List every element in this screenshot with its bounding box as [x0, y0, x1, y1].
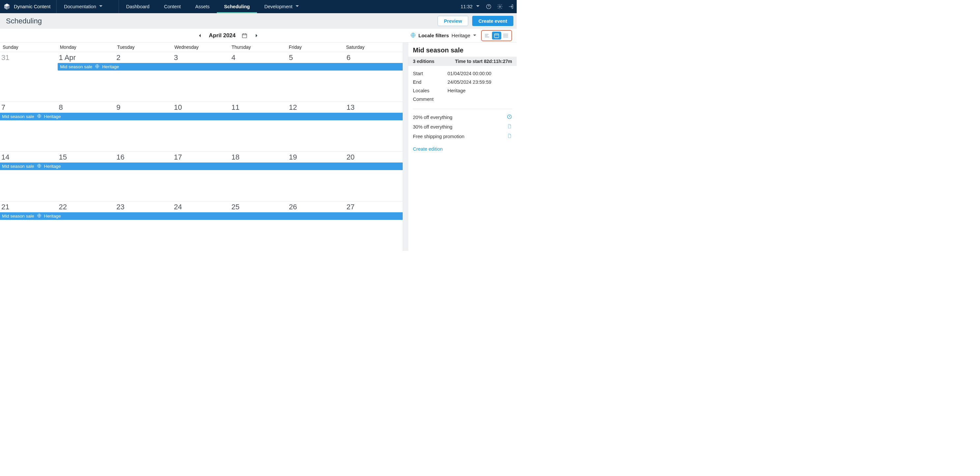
day-number: 31 — [1, 53, 56, 62]
chevron-down-icon — [473, 33, 476, 38]
day-cell[interactable]: 8 — [58, 102, 115, 151]
event-bar[interactable]: Mid season saleHeritage — [0, 212, 402, 220]
week-row: 311 Apr23456Mid season saleHeritage — [0, 52, 402, 102]
day-cell[interactable]: 10 — [173, 102, 230, 151]
help-icon — [486, 4, 492, 10]
clock-time: 11:32 — [461, 4, 473, 9]
scrollbar[interactable] — [402, 43, 408, 251]
day-cell[interactable]: 21 — [0, 201, 58, 251]
day-cell[interactable]: 12 — [288, 102, 345, 151]
nav-assets[interactable]: Assets — [188, 0, 217, 13]
chevron-left-icon — [198, 33, 202, 38]
locale-filter[interactable]: Locale filters Heritage — [410, 32, 481, 39]
nav-scheduling[interactable]: Scheduling — [217, 0, 257, 13]
day-cell[interactable]: 31 — [0, 52, 58, 102]
nav-development[interactable]: Development — [257, 0, 306, 13]
nav-content[interactable]: Content — [157, 0, 188, 13]
day-number: 11 — [231, 103, 286, 112]
day-cell[interactable]: 5 — [288, 52, 345, 102]
svg-rect-5 — [485, 34, 488, 35]
day-cell[interactable]: 16 — [115, 152, 173, 201]
event-bar-title: Mid season sale — [2, 114, 34, 119]
edition-name: Free shipping promotion — [413, 134, 464, 139]
day-cell[interactable]: 24 — [173, 201, 230, 251]
help-button[interactable] — [483, 0, 494, 13]
preview-button[interactable]: Preview — [438, 16, 468, 26]
nav-documentation[interactable]: Documentation — [57, 0, 119, 13]
day-number: 2 — [116, 53, 171, 62]
day-cell[interactable]: 15 — [58, 152, 115, 201]
day-number: 5 — [289, 53, 344, 62]
day-cell[interactable]: 7 — [0, 102, 58, 151]
event-bar-locale: Heritage — [102, 64, 119, 69]
event-bar[interactable]: Mid season saleHeritage — [58, 63, 402, 70]
event-bar[interactable]: Mid season saleHeritage — [0, 113, 402, 120]
start-value: 01/04/2024 00:00:00 — [447, 71, 512, 76]
nav-development-label: Development — [264, 4, 292, 9]
day-header-tuesday: Tuesday — [116, 45, 173, 50]
day-cell[interactable]: 19 — [288, 152, 345, 201]
day-cell[interactable]: 18 — [230, 152, 288, 201]
calendar-view-icon — [494, 33, 499, 38]
brand-name: Dynamic Content — [14, 4, 51, 9]
create-edition-link[interactable]: Create edition — [408, 143, 447, 155]
start-label: Start — [413, 71, 447, 76]
timeline-view-button[interactable] — [483, 32, 492, 40]
event-bar-locale: Heritage — [44, 164, 61, 169]
day-cell[interactable]: 17 — [173, 152, 230, 201]
day-cell[interactable]: 6 — [345, 52, 402, 102]
day-cell[interactable]: 22 — [58, 201, 115, 251]
day-number: 26 — [289, 203, 344, 211]
edition-name: 20% off everything — [413, 115, 452, 120]
clock[interactable]: 11:32 — [457, 4, 483, 9]
day-cell[interactable]: 3 — [173, 52, 230, 102]
clock-icon — [507, 114, 512, 120]
month-label: April 2024 — [209, 32, 235, 39]
view-toggle — [481, 30, 512, 41]
day-number: 9 — [116, 103, 171, 112]
day-cell[interactable]: 27 — [345, 201, 402, 251]
end-value: 24/05/2024 23:59:59 — [447, 80, 512, 85]
edition-row[interactable]: 20% off everything — [413, 112, 512, 122]
event-title: Mid season sale — [413, 46, 512, 54]
edition-name: 30% off everything — [413, 124, 452, 129]
calendar-view-button[interactable] — [492, 32, 501, 40]
settings-button[interactable] — [494, 0, 506, 13]
nav-dashboard[interactable]: Dashboard — [119, 0, 157, 13]
next-month-button[interactable] — [253, 33, 259, 38]
day-cell[interactable]: 4 — [230, 52, 288, 102]
day-cell[interactable]: 20 — [345, 152, 402, 201]
create-event-button[interactable]: Create event — [472, 16, 513, 26]
date-picker-button[interactable] — [242, 33, 247, 38]
day-cell[interactable]: 9 — [115, 102, 173, 151]
svg-rect-9 — [504, 33, 504, 35]
end-label: End — [413, 80, 447, 85]
prev-month-button[interactable] — [197, 33, 203, 38]
day-number: 24 — [174, 203, 229, 211]
list-view-button[interactable] — [501, 32, 511, 40]
event-bar[interactable]: Mid season saleHeritage — [0, 162, 402, 170]
day-number: 10 — [174, 103, 229, 112]
day-header-wednesday: Wednesday — [173, 45, 231, 50]
day-cell[interactable]: 13 — [345, 102, 402, 151]
day-cell[interactable]: 14 — [0, 152, 58, 201]
brand-logo-icon — [3, 3, 11, 10]
day-cell[interactable]: 25 — [230, 201, 288, 251]
edition-row[interactable]: 30% off everything — [413, 122, 512, 132]
day-number: 17 — [174, 153, 229, 162]
day-cell[interactable]: 11 — [230, 102, 288, 151]
day-cell[interactable]: 23 — [115, 201, 173, 251]
day-cell[interactable]: 26 — [288, 201, 345, 251]
logout-button[interactable] — [506, 0, 517, 13]
day-number: 3 — [174, 53, 229, 62]
day-cell[interactable]: 2 — [115, 52, 173, 102]
edition-row[interactable]: Free shipping promotion — [413, 132, 512, 141]
day-number: 14 — [1, 153, 56, 162]
day-cell[interactable]: 1 Apr — [58, 52, 115, 102]
day-number: 7 — [1, 103, 56, 112]
day-number: 15 — [59, 153, 114, 162]
comment-value — [447, 97, 512, 102]
brand[interactable]: Dynamic Content — [0, 0, 57, 13]
timeline-view-icon — [485, 33, 490, 38]
event-bar-title: Mid season sale — [60, 64, 92, 69]
